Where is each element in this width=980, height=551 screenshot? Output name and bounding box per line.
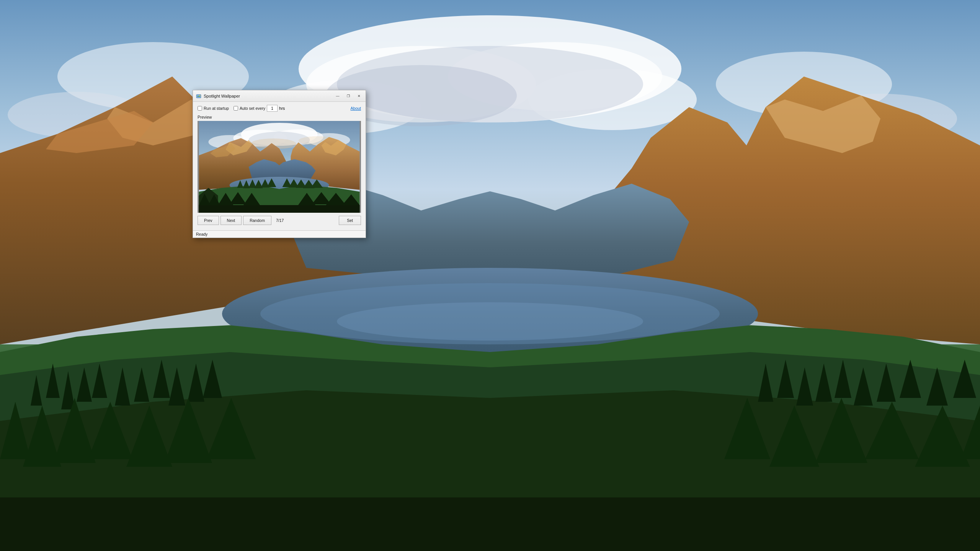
nav-row: Prev Next Random 7/17 Set	[198, 216, 361, 225]
status-text: Ready	[196, 232, 207, 236]
dialog-content: Run at startup Auto set every hrs About …	[193, 102, 366, 228]
preview-area	[198, 121, 361, 213]
preview-label: Preview	[198, 115, 361, 119]
svg-rect-102	[199, 205, 360, 213]
window-title: Spotlight Wallpaper	[204, 94, 240, 98]
image-counter: 7/17	[273, 218, 287, 223]
options-row: Run at startup Auto set every hrs About	[198, 105, 361, 112]
close-button[interactable]: ✕	[354, 92, 364, 100]
restore-button[interactable]: ❐	[343, 92, 353, 100]
title-bar: Spotlight Wallpaper — ❐ ✕	[193, 90, 366, 102]
svg-point-62	[199, 95, 201, 96]
prev-button[interactable]: Prev	[198, 216, 219, 225]
about-link[interactable]: About	[351, 106, 361, 111]
spotlight-wallpaper-dialog: Spotlight Wallpaper — ❐ ✕ Run at startup…	[193, 90, 366, 238]
app-icon	[196, 93, 201, 99]
run-at-startup-label[interactable]: Run at startup	[198, 106, 229, 111]
title-bar-left: Spotlight Wallpaper	[196, 93, 240, 99]
preview-image	[198, 121, 361, 213]
random-button[interactable]: Random	[243, 216, 271, 225]
set-button[interactable]: Set	[339, 216, 361, 225]
hours-input[interactable]	[267, 105, 278, 112]
svg-rect-58	[0, 497, 980, 551]
minimize-button[interactable]: —	[333, 92, 343, 100]
auto-set-label[interactable]: Auto set every	[234, 106, 265, 111]
auto-set-checkbox[interactable]	[234, 106, 238, 111]
status-bar: Ready	[193, 230, 366, 238]
options-left: Run at startup Auto set every hrs	[198, 105, 285, 112]
desktop-background	[0, 0, 980, 551]
svg-point-20	[337, 302, 643, 341]
title-buttons: — ❐ ✕	[333, 92, 364, 100]
run-at-startup-checkbox[interactable]	[198, 106, 202, 111]
auto-set-group: Auto set every hrs	[234, 105, 285, 112]
next-button[interactable]: Next	[220, 216, 242, 225]
landscape-svg	[0, 0, 980, 551]
